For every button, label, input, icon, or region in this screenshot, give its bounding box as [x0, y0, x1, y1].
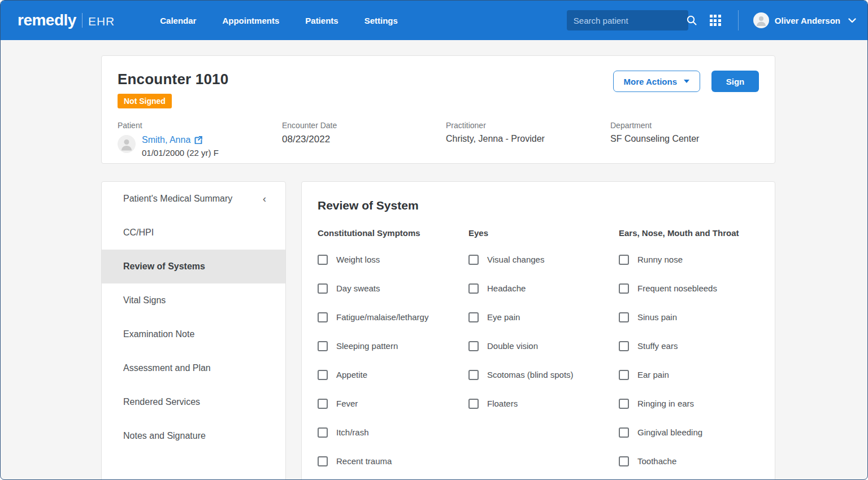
user-name: Oliver Anderson: [775, 16, 840, 25]
review-of-system-panel: Review of System Constitutional Symptoms…: [301, 181, 775, 480]
checkbox[interactable]: [318, 255, 328, 265]
checkbox-row-ringing-in-ears[interactable]: Ringing in ears: [619, 389, 759, 418]
app-logo[interactable]: remedly EHR: [18, 11, 115, 29]
checkbox[interactable]: [318, 283, 328, 294]
checkbox[interactable]: [619, 427, 629, 438]
chevron-down-icon: [848, 18, 856, 23]
checkbox[interactable]: [468, 312, 479, 322]
checkbox[interactable]: [468, 399, 479, 409]
sign-button[interactable]: Sign: [711, 71, 759, 92]
checkbox-label: Stuffy ears: [637, 341, 678, 351]
nav-item-appointments[interactable]: Appointments: [222, 16, 279, 25]
checkbox[interactable]: [318, 312, 328, 322]
checkbox-row-fatigue[interactable]: Fatigue/malaise/lethargy: [318, 303, 468, 331]
ros-columns: Constitutional Symptoms Weight loss Day …: [318, 228, 759, 475]
checkbox[interactable]: [318, 427, 328, 438]
checkbox[interactable]: [318, 370, 328, 380]
checkbox-label: Toothache: [637, 456, 676, 466]
checkbox[interactable]: [318, 341, 328, 351]
practitioner-value: Christy, Jenna - Provider: [446, 134, 610, 144]
sidebar-item-rendered-services[interactable]: Rendered Services: [102, 385, 285, 419]
checkbox[interactable]: [318, 399, 328, 409]
checkbox-row-recent-trauma[interactable]: Recent trauma: [318, 447, 468, 475]
encounter-header-card: Encounter 1010 Not Signed More Actions S…: [101, 55, 775, 164]
checkbox-row-sinus-pain[interactable]: Sinus pain: [619, 303, 759, 331]
checkbox-label: Ear pain: [637, 370, 669, 379]
checkbox[interactable]: [468, 255, 479, 265]
sidebar-item-notes-and-signature[interactable]: Notes and Signature: [102, 419, 285, 453]
checkbox[interactable]: [619, 456, 629, 466]
apps-grid-icon[interactable]: [710, 15, 721, 26]
patient-name-link[interactable]: Smith, Anna: [142, 135, 190, 145]
patient-dob: 01/01/2000 (22 yr) F: [142, 148, 219, 158]
sidebar-item-vital-signs[interactable]: Vital Signs: [102, 283, 285, 317]
checkbox-row-ear-pain[interactable]: Ear pain: [619, 360, 759, 389]
checkbox[interactable]: [318, 456, 328, 466]
checkbox-row-day-sweats[interactable]: Day sweats: [318, 274, 468, 303]
checkbox-row-double-vision[interactable]: Double vision: [468, 331, 619, 360]
checkbox[interactable]: [619, 283, 629, 294]
checkbox-row-itch-rash[interactable]: Itch/rash: [318, 418, 468, 447]
checkbox[interactable]: [468, 341, 479, 351]
checkbox[interactable]: [619, 341, 629, 351]
checkbox-row-eye-pain[interactable]: Eye pain: [468, 303, 619, 331]
sidebar-item-assessment-and-plan[interactable]: Assessment and Plan: [102, 351, 285, 385]
nav-item-settings[interactable]: Settings: [364, 16, 398, 25]
nav-item-patients[interactable]: Patients: [305, 16, 338, 25]
checkbox-label: Visual changes: [487, 255, 544, 264]
logo-suffix: EHR: [88, 15, 115, 28]
checkbox[interactable]: [619, 312, 629, 322]
checkbox-label: Sinus pain: [637, 312, 677, 322]
department-value: SF Counseling Center: [610, 134, 759, 144]
checkbox-row-sleeping-pattern[interactable]: Sleeping pattern: [318, 331, 468, 360]
patient-search-box[interactable]: [567, 10, 688, 30]
main-nav: Calendar Appointments Patients Settings: [160, 16, 398, 25]
sidebar-item-review-of-systems[interactable]: Review of Systems: [102, 250, 285, 283]
caret-down-icon: [684, 80, 689, 83]
checkbox-label: Recent trauma: [336, 456, 392, 466]
sidebar-item-label: Rendered Services: [123, 397, 200, 407]
checkbox[interactable]: [468, 283, 479, 294]
checkbox-row-weight-loss[interactable]: Weight loss: [318, 245, 468, 274]
checkbox[interactable]: [468, 370, 479, 380]
checkbox-row-scotomas[interactable]: Scotomas (blind spots): [468, 360, 619, 389]
sidebar-item-examination-note[interactable]: Examination Note: [102, 317, 285, 351]
checkbox-label: Itch/rash: [336, 427, 369, 437]
ros-column-eyes: Eyes Visual changes Headache Eye pain Do…: [468, 228, 619, 475]
external-link-icon[interactable]: [194, 136, 202, 144]
checkbox-label: Headache: [487, 283, 526, 293]
ros-column-title: Ears, Nose, Mouth and Throat: [619, 228, 759, 238]
sidebar-item-patients-medical-summary[interactable]: Patient's Medical Summary ‹: [102, 182, 285, 216]
checkbox-row-frequent-nosebleeds[interactable]: Frequent nosebleeds: [619, 274, 759, 303]
checkbox[interactable]: [619, 370, 629, 380]
sidebar-item-label: Vital Signs: [123, 295, 166, 306]
patient-avatar-icon: [118, 135, 136, 153]
checkbox-row-appetite[interactable]: Appetite: [318, 360, 468, 389]
checkbox-label: Runny nose: [637, 255, 683, 264]
sidebar-item-label: Examination Note: [123, 329, 194, 339]
checkbox-label: Frequent nosebleeds: [637, 283, 717, 293]
checkbox-row-floaters[interactable]: Floaters: [468, 389, 619, 418]
sidebar-item-label: Review of Systems: [123, 261, 205, 272]
checkbox-row-toothache[interactable]: Toothache: [619, 447, 759, 475]
checkbox-row-visual-changes[interactable]: Visual changes: [468, 245, 619, 274]
search-icon[interactable]: [686, 15, 697, 26]
checkbox-row-headache[interactable]: Headache: [468, 274, 619, 303]
logo-text: remedly: [18, 11, 76, 29]
nav-item-calendar[interactable]: Calendar: [160, 16, 196, 25]
topbar-divider: [738, 10, 739, 30]
user-menu[interactable]: Oliver Anderson: [753, 12, 856, 28]
sidebar-item-cc-hpi[interactable]: CC/HPI: [102, 216, 285, 250]
ros-column-ears-nose-mouth-throat: Ears, Nose, Mouth and Throat Runny nose …: [619, 228, 759, 475]
checkbox-row-runny-nose[interactable]: Runny nose: [619, 245, 759, 274]
collapse-sidebar-icon[interactable]: ‹: [261, 194, 268, 204]
more-actions-button[interactable]: More Actions: [613, 71, 700, 92]
user-avatar-icon: [753, 12, 769, 28]
checkbox-row-fever[interactable]: Fever: [318, 389, 468, 418]
checkbox-row-gingival-bleeding[interactable]: Gingival bleeding: [619, 418, 759, 447]
search-input[interactable]: [574, 16, 686, 25]
ros-column-constitutional: Constitutional Symptoms Weight loss Day …: [318, 228, 468, 475]
checkbox[interactable]: [619, 399, 629, 409]
checkbox-row-stuffy-ears[interactable]: Stuffy ears: [619, 331, 759, 360]
checkbox[interactable]: [619, 255, 629, 265]
